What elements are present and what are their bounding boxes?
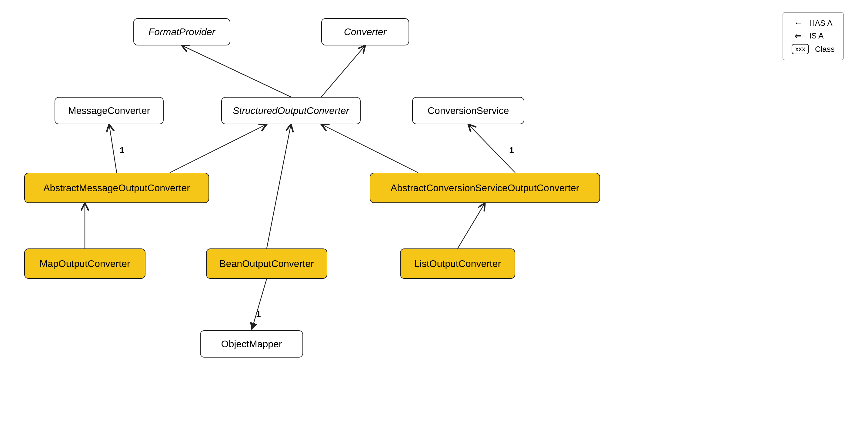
has-a-label: HAS A: [809, 19, 833, 28]
svg-line-2: [109, 124, 117, 173]
abstract-conversion-service-output-converter-node: AbstractConversionServiceOutputConverter: [370, 173, 600, 203]
structured-output-converter-node: StructuredOutputConverter: [221, 97, 361, 124]
abstract-message-output-converter-node: AbstractMessageOutputConverter: [24, 173, 209, 203]
format-provider-label: FormatProvider: [149, 26, 216, 38]
list-output-converter-label: ListOutputConverter: [414, 258, 501, 269]
bean-output-converter-label: BeanOutputConverter: [219, 258, 314, 269]
list-output-converter-node: ListOutputConverter: [400, 249, 515, 279]
bean-output-converter-node: BeanOutputConverter: [206, 249, 327, 279]
svg-line-1: [321, 45, 365, 97]
svg-line-5: [468, 124, 515, 173]
label-1-mapper: 1: [256, 309, 261, 319]
svg-line-8: [252, 279, 267, 330]
is-a-arrow-icon: ⇐: [792, 31, 805, 41]
is-a-label: IS A: [809, 31, 824, 41]
abstract-message-output-converter-label: AbstractMessageOutputConverter: [43, 183, 190, 194]
legend-is-a: ⇐ IS A: [792, 31, 835, 41]
map-output-converter-node: MapOutputConverter: [24, 249, 146, 279]
legend-has-a: ← HAS A: [792, 18, 835, 28]
legend-class: xxx Class: [792, 44, 835, 54]
message-converter-label: MessageConverter: [68, 105, 150, 116]
format-provider-node: FormatProvider: [133, 18, 230, 45]
svg-line-7: [458, 203, 485, 249]
converter-label: Converter: [344, 26, 387, 38]
svg-line-3: [170, 124, 267, 173]
structured-output-converter-label: StructuredOutputConverter: [233, 105, 349, 116]
svg-line-9: [267, 124, 291, 249]
converter-node: Converter: [321, 18, 409, 45]
object-mapper-node: ObjectMapper: [200, 330, 303, 358]
object-mapper-label: ObjectMapper: [221, 338, 282, 350]
abstract-conversion-service-output-converter-label: AbstractConversionServiceOutputConverter: [391, 183, 580, 194]
class-box-icon: xxx: [792, 44, 809, 54]
label-1-message: 1: [120, 145, 125, 155]
label-1-conversion: 1: [509, 145, 514, 155]
message-converter-node: MessageConverter: [55, 97, 164, 124]
legend: ← HAS A ⇐ IS A xxx Class: [782, 12, 844, 60]
class-label: Class: [815, 44, 835, 54]
svg-line-0: [182, 45, 291, 97]
svg-line-4: [321, 124, 418, 173]
conversion-service-node: ConversionService: [412, 97, 524, 124]
conversion-service-label: ConversionService: [428, 105, 509, 116]
has-a-arrow-icon: ←: [792, 18, 805, 28]
map-output-converter-label: MapOutputConverter: [40, 258, 130, 269]
